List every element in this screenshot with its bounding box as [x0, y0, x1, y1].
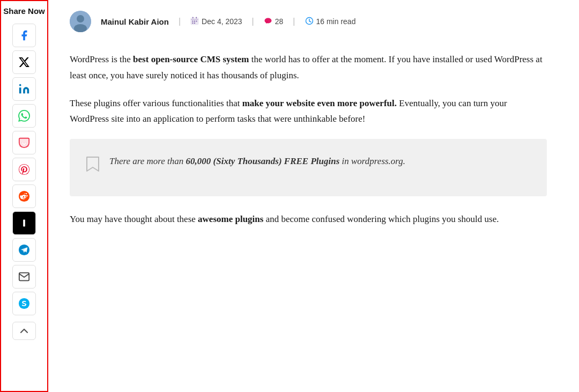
facebook-share-button[interactable]: [12, 24, 36, 47]
svg-rect-18: [196, 20, 197, 21]
share-now-label: Share Now: [3, 6, 45, 16]
bold-text-3: awesome plugins: [198, 214, 263, 224]
meta-sep-2: |: [252, 17, 254, 26]
paragraph-3: You may have thought about these awesome…: [70, 211, 547, 227]
svg-rect-5: [23, 220, 25, 227]
reddit-share-button[interactable]: [12, 184, 36, 208]
date-meta: Dec 4, 2023: [190, 17, 242, 27]
svg-rect-13: [192, 17, 194, 18]
article-meta: Mainul Kabir Aion | Dec 4, 2023 |: [70, 11, 547, 32]
linkedin-share-button[interactable]: [12, 77, 36, 101]
svg-rect-1: [19, 138, 29, 147]
email-share-button[interactable]: [12, 265, 36, 289]
whatsapp-share-button[interactable]: [12, 104, 36, 128]
svg-rect-19: [192, 23, 194, 24]
svg-rect-17: [194, 20, 195, 21]
meta-sep-1: |: [179, 17, 181, 26]
pinterest-share-button[interactable]: [12, 158, 36, 181]
paragraph-1: WordPress is the best open-source CMS sy…: [70, 51, 547, 84]
bookmark-icon: [86, 155, 100, 181]
comment-count: 28: [275, 17, 284, 26]
collapse-button[interactable]: [12, 322, 36, 340]
bold-text-2: make your website even more powerful.: [242, 98, 397, 108]
svg-rect-20: [194, 23, 195, 24]
clock-icon: [305, 17, 314, 27]
comments-meta: 28: [264, 17, 284, 27]
blockquote-text: There are more than 60,000 (Sixty Thousa…: [109, 154, 405, 169]
author-name: Mainul Kabir Aion: [101, 17, 169, 26]
blockquote-bold: 60,000 (Sixty Thousands) FREE Plugins: [186, 156, 340, 166]
read-time: 16 min read: [316, 17, 356, 26]
instapaper-share-button[interactable]: [12, 211, 36, 235]
article-date: Dec 4, 2023: [202, 17, 242, 26]
paragraph-2: These plugins offer various functionalit…: [70, 95, 547, 128]
svg-rect-16: [192, 20, 194, 21]
svg-point-10: [77, 15, 84, 23]
blockquote: There are more than 60,000 (Sixty Thousa…: [70, 139, 547, 196]
comment-icon: [264, 17, 272, 27]
telegram-share-button[interactable]: [12, 238, 36, 262]
calendar-icon: [190, 17, 199, 27]
author-avatar: [70, 11, 91, 32]
pocket-share-button[interactable]: [12, 131, 36, 154]
read-time-meta: 16 min read: [305, 17, 356, 27]
share-sidebar: Share Now: [0, 0, 48, 392]
article-body: WordPress is the best open-source CMS sy…: [70, 51, 547, 227]
svg-point-21: [264, 18, 271, 23]
meta-sep-3: |: [293, 17, 295, 26]
article-main: Mainul Kabir Aion | Dec 4, 2023 |: [48, 0, 579, 392]
twitter-share-button[interactable]: [12, 50, 36, 74]
svg-rect-14: [196, 17, 197, 18]
svg-rect-15: [191, 19, 198, 20]
svg-point-0: [19, 84, 21, 86]
skype-share-button[interactable]: [12, 292, 36, 315]
bold-text-1: best open-source CMS system: [133, 54, 249, 64]
